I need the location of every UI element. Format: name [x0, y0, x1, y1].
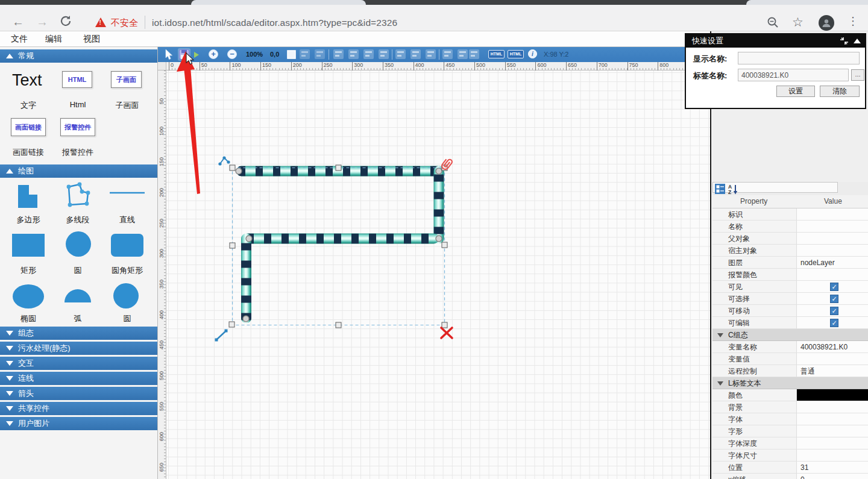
section-collapsed-3[interactable]: 连线	[0, 372, 157, 385]
property-row[interactable]: 名称	[712, 221, 868, 233]
palette-subscreen-button[interactable]: 子画面	[111, 71, 142, 88]
browser-tab[interactable]	[191, 0, 366, 5]
polyline-tool-icon[interactable]	[61, 181, 95, 211]
menu-edit[interactable]: 编辑	[45, 34, 62, 45]
property-row[interactable]: 可选择✓	[712, 293, 868, 305]
property-value[interactable]	[797, 413, 868, 425]
color-swatch[interactable]	[797, 389, 868, 401]
property-row[interactable]: C组态	[712, 329, 868, 341]
property-row[interactable]: 报警颜色	[712, 269, 868, 281]
property-row[interactable]: 图层nodeLayer	[712, 257, 868, 269]
az-sort-icon[interactable]: A Z	[728, 183, 738, 195]
zoom-in-button[interactable]: +	[209, 49, 218, 59]
drawing-canvas[interactable]	[166, 70, 710, 479]
property-row[interactable]: 可移动✓	[712, 305, 868, 317]
property-value[interactable]	[797, 449, 868, 462]
zoom-out-button[interactable]: −	[227, 49, 237, 59]
pointer-tool-icon[interactable]	[164, 49, 174, 60]
property-value[interactable]: nodeLayer	[797, 257, 868, 269]
property-value[interactable]	[797, 401, 868, 413]
clear-button[interactable]: 清除	[820, 86, 860, 97]
property-section-header[interactable]: L标签文本	[712, 377, 868, 389]
property-checkbox[interactable]: ✓	[830, 283, 838, 291]
property-value[interactable]	[797, 353, 868, 365]
set-button[interactable]: 设置	[776, 86, 815, 97]
property-row[interactable]: 字形	[712, 425, 868, 437]
display-name-input[interactable]	[738, 52, 860, 64]
circle2-tool-icon[interactable]	[112, 282, 140, 310]
property-row[interactable]: x偏移0	[712, 474, 868, 479]
property-row[interactable]: 背景	[712, 401, 868, 413]
circle-tool-icon[interactable]	[64, 230, 92, 258]
property-value[interactable]	[797, 245, 868, 257]
page-setup-icon[interactable]	[287, 50, 296, 59]
property-value[interactable]: 31	[797, 462, 868, 474]
property-row[interactable]: 宿主对象	[712, 245, 868, 257]
menu-file[interactable]: 文件	[11, 34, 28, 45]
property-value[interactable]	[797, 389, 868, 401]
palette-text-preview[interactable]: Text	[12, 71, 42, 90]
categorized-view-icon[interactable]	[715, 184, 725, 194]
section-draw-header[interactable]: 绘图	[0, 164, 157, 178]
property-row[interactable]: 变量值	[712, 353, 868, 365]
browser-menu-icon[interactable]: ⋮	[848, 14, 858, 28]
collapse-panel-icon[interactable]	[854, 39, 861, 43]
ellipse-tool-icon[interactable]	[11, 283, 46, 310]
section-collapsed-1[interactable]: 污水处理(静态)	[0, 342, 157, 355]
property-row[interactable]: 字体深度	[712, 437, 868, 449]
html-preview-button[interactable]: HTML	[508, 50, 524, 58]
save-button[interactable]	[178, 48, 190, 61]
arc-tool-icon[interactable]	[63, 287, 93, 304]
browser-tab-right[interactable]	[746, 0, 868, 5]
property-value[interactable]: ✓	[797, 281, 868, 293]
section-collapsed-5[interactable]: 共享控件	[0, 402, 157, 415]
browser-forward-button[interactable]: →	[36, 16, 48, 28]
property-row[interactable]: 可编辑✓	[712, 317, 868, 329]
section-collapsed-2[interactable]: 交互	[0, 357, 157, 370]
property-value[interactable]	[797, 269, 868, 281]
property-value[interactable]: ✓	[797, 305, 868, 317]
security-warning-icon[interactable]	[95, 17, 106, 27]
property-value[interactable]	[797, 221, 868, 233]
rounded-rect-tool-icon[interactable]	[110, 233, 145, 258]
property-value[interactable]: ✓	[797, 293, 868, 305]
property-row[interactable]: 变量名称400038921.K0	[712, 341, 868, 353]
property-row[interactable]: 父对象	[712, 233, 868, 245]
property-row[interactable]: 标识	[712, 208, 868, 221]
rect-tool-icon[interactable]	[11, 233, 46, 258]
property-row[interactable]: 位置31	[712, 462, 868, 474]
property-value[interactable]: 400038921.K0	[797, 341, 868, 353]
section-general-header[interactable]: 常规	[0, 49, 157, 63]
address-bar[interactable]: iot.idosp.net/html/scada/editor.aspx.htm…	[152, 17, 397, 28]
tag-name-input[interactable]	[738, 69, 849, 81]
property-value[interactable]	[797, 208, 868, 221]
palette-html-button[interactable]: HTML	[62, 71, 92, 88]
property-checkbox[interactable]: ✓	[830, 295, 838, 303]
info-icon[interactable]: i	[528, 49, 537, 58]
security-warning-label[interactable]: 不安全	[111, 17, 138, 29]
quick-settings-titlebar[interactable]: 快速设置	[686, 34, 865, 48]
property-row[interactable]: 颜色	[712, 389, 868, 401]
browse-tag-button[interactable]: ...	[851, 69, 864, 81]
property-checkbox[interactable]: ✓	[830, 319, 838, 327]
html-export-button[interactable]: HTML	[488, 50, 505, 58]
property-row[interactable]: L标签文本	[712, 377, 868, 389]
menu-view[interactable]: 视图	[83, 34, 100, 45]
property-value[interactable]: ✓	[797, 317, 868, 329]
property-row[interactable]: 字体	[712, 413, 868, 425]
section-collapsed-6[interactable]: 用户图片	[0, 417, 157, 430]
property-section-header[interactable]: C组态	[712, 329, 868, 341]
dock-icon[interactable]	[840, 37, 849, 45]
zoom-indicator-icon[interactable]	[767, 16, 779, 29]
line-tool-icon[interactable]	[108, 190, 146, 195]
section-collapsed-4[interactable]: 箭头	[0, 387, 157, 400]
property-checkbox[interactable]: ✓	[830, 307, 838, 315]
profile-avatar[interactable]	[819, 15, 834, 31]
bookmark-star-icon[interactable]: ☆	[792, 15, 804, 30]
section-collapsed-0[interactable]: 组态	[0, 327, 157, 340]
palette-alarm-button[interactable]: 报警控件	[60, 118, 95, 136]
browser-reload-icon[interactable]	[59, 14, 72, 28]
property-value[interactable]	[797, 425, 868, 437]
property-row[interactable]: 字体尺寸	[712, 449, 868, 462]
property-row[interactable]: 远程控制普通	[712, 365, 868, 377]
